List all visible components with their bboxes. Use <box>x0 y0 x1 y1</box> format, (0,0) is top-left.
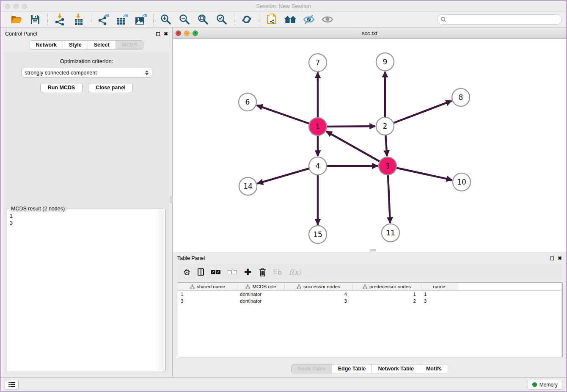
tab-select[interactable]: Select <box>88 41 116 49</box>
graph-node-2[interactable]: 2 <box>376 117 394 135</box>
zoom-in-icon[interactable] <box>160 14 172 25</box>
zoom-fit-icon[interactable] <box>197 14 209 25</box>
delete-table-icon[interactable] <box>273 267 282 277</box>
tab-edge-table[interactable]: Edge Table <box>332 364 372 373</box>
control-panel: Control Panel ✖ Network Style Select MCD… <box>1 28 173 377</box>
float-table-panel-icon[interactable] <box>550 257 554 260</box>
memory-label: Memory <box>539 382 558 388</box>
show-all-icon[interactable] <box>321 14 334 25</box>
result-scrollbar[interactable] <box>159 210 165 370</box>
table-panel-title: Table Panel <box>177 255 205 261</box>
svg-text:2: 2 <box>383 122 388 130</box>
import-network-icon[interactable] <box>54 14 66 25</box>
save-session-icon[interactable] <box>29 14 41 25</box>
column-header-predecessor-nodes[interactable]: predecessor nodes <box>352 283 421 290</box>
close-panel-button[interactable]: Close panel <box>88 83 133 92</box>
cell-name[interactable]: 1 <box>421 292 457 297</box>
column-header-name[interactable]: name <box>421 283 457 290</box>
network-graph[interactable]: 1234678910111415 <box>173 39 566 252</box>
toolbar-separator <box>259 14 259 25</box>
table-row[interactable]: 1 dominator 4 1 1 <box>178 291 562 298</box>
criterion-select[interactable]: strongly connected component <box>21 68 152 77</box>
network-canvas[interactable]: 1234678910111415 <box>173 39 566 252</box>
graph-edge-3-10[interactable] <box>388 166 452 180</box>
tab-motifs[interactable]: Motifs <box>420 364 448 373</box>
graph-node-11[interactable]: 11 <box>382 224 399 242</box>
import-table-icon[interactable] <box>72 14 85 25</box>
cell-predecessor-nodes[interactable]: 2 <box>352 298 421 304</box>
tab-network-table[interactable]: Network Table <box>372 364 420 373</box>
open-session-icon[interactable] <box>10 14 23 25</box>
table-settings-gear-icon[interactable]: ⚙ <box>183 267 190 277</box>
graph-node-9[interactable]: 9 <box>376 53 394 71</box>
network-window-titlebar[interactable]: × − + scc.txt <box>173 28 566 39</box>
select-all-columns-icon[interactable]: ✔✔ <box>211 267 220 277</box>
graph-edge-4-14[interactable] <box>257 166 318 184</box>
hide-selected-icon[interactable] <box>303 14 315 25</box>
memory-status-icon <box>532 382 537 387</box>
graph-node-7[interactable]: 7 <box>309 54 327 72</box>
column-header-successor-nodes[interactable]: successor nodes <box>285 283 352 290</box>
graph-node-15[interactable]: 15 <box>309 226 327 243</box>
cell-mcds-role[interactable]: dominator <box>237 298 285 304</box>
cell-name[interactable]: 3 <box>421 298 457 304</box>
graph-edge-1-6[interactable] <box>257 105 318 127</box>
svg-text:9: 9 <box>383 58 388 66</box>
toolbar-separator <box>47 14 48 25</box>
tab-network[interactable]: Network <box>30 41 63 49</box>
show-columns-icon[interactable] <box>198 267 204 277</box>
home-icon[interactable] <box>284 14 297 25</box>
graph-node-14[interactable]: 14 <box>239 177 257 195</box>
task-history-button[interactable] <box>5 380 19 389</box>
refresh-icon[interactable] <box>240 14 253 25</box>
graph-node-4[interactable]: 4 <box>309 157 327 175</box>
graph-node-1[interactable]: 1 <box>309 118 327 135</box>
mcds-result-list: 1 3 <box>10 213 158 370</box>
export-image-icon[interactable] <box>135 14 147 25</box>
unselect-all-columns-icon[interactable] <box>228 267 237 277</box>
mcds-result-line: 1 <box>10 213 158 220</box>
table-scrollbar[interactable] <box>561 283 562 357</box>
cell-successor-nodes[interactable]: 3 <box>285 298 352 304</box>
tab-node-table[interactable]: Node Table <box>292 364 332 373</box>
column-header-mcds-role[interactable]: MCDS role <box>237 283 285 290</box>
cell-shared-name[interactable]: 1 <box>178 292 237 297</box>
function-builder-icon[interactable]: f(x) <box>289 267 301 277</box>
node-table: shared name MCDS role successor nodes pr… <box>178 282 563 357</box>
table-toolbar: ⚙ ✔✔ ✚ f(x) <box>177 264 562 280</box>
graph-node-6[interactable]: 6 <box>239 93 256 111</box>
run-mcds-button[interactable]: Run MCDS <box>40 83 83 92</box>
graph-edge-2-8[interactable] <box>385 101 451 126</box>
graph-node-3[interactable]: 3 <box>379 157 396 175</box>
zoom-out-icon[interactable] <box>178 14 191 25</box>
clone-network-icon[interactable] <box>265 14 278 25</box>
close-panel-icon[interactable]: ✖ <box>164 31 168 36</box>
network-resize-handle[interactable] <box>370 249 376 251</box>
export-network-icon[interactable] <box>97 14 110 25</box>
search-box[interactable] <box>437 14 562 25</box>
create-column-icon[interactable]: ✚ <box>244 267 252 277</box>
optimization-criterion-label: Optimization criterion: <box>4 51 169 64</box>
tab-style[interactable]: Style <box>63 41 88 49</box>
export-table-icon[interactable] <box>116 14 129 25</box>
mcds-result-group: MCDS result (2 nodes) 1 3 <box>7 209 165 371</box>
column-header-shared-name[interactable]: shared name <box>178 283 237 290</box>
tab-mcds[interactable]: MCDS <box>116 41 143 49</box>
criterion-value: strongly connected component <box>25 70 97 76</box>
table-row[interactable]: 3 dominator 3 2 3 <box>178 298 562 304</box>
memory-button[interactable]: Memory <box>528 380 562 389</box>
graph-edge-3-1[interactable] <box>326 131 388 166</box>
cell-successor-nodes[interactable]: 4 <box>285 292 352 297</box>
panel-divider-handle[interactable] <box>170 196 173 203</box>
graph-node-8[interactable]: 8 <box>452 88 470 106</box>
column-type-icon <box>190 284 195 289</box>
delete-column-icon[interactable] <box>259 267 266 277</box>
search-input[interactable] <box>449 17 558 22</box>
zoom-selected-icon[interactable] <box>215 14 228 25</box>
cell-mcds-role[interactable]: dominator <box>237 292 285 297</box>
float-panel-icon[interactable] <box>156 32 160 36</box>
cell-shared-name[interactable]: 3 <box>178 298 237 304</box>
close-table-panel-icon[interactable]: ✖ <box>558 256 562 261</box>
cell-predecessor-nodes[interactable]: 1 <box>352 292 421 297</box>
graph-node-10[interactable]: 10 <box>453 173 471 191</box>
